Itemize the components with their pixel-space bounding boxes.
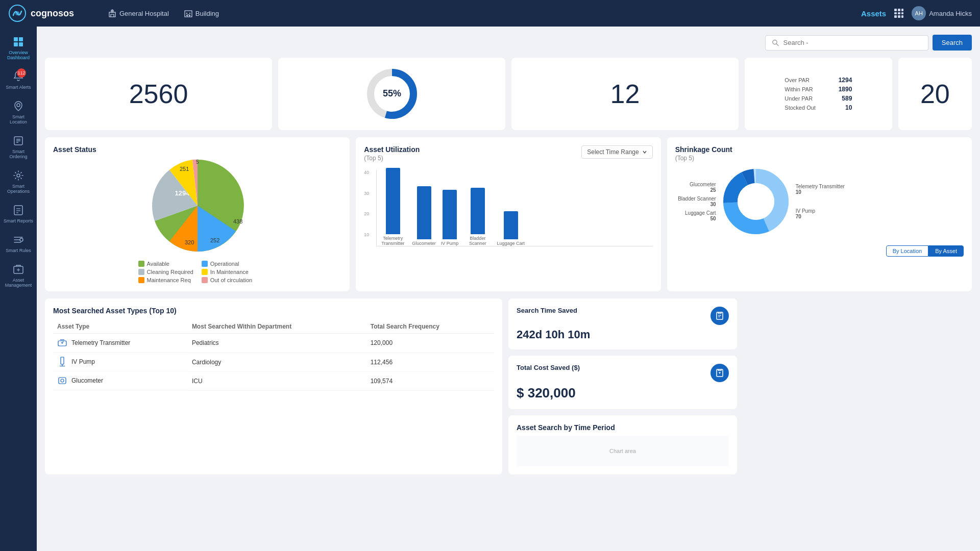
shrinkage-subtitle: (Top 5) <box>675 155 964 162</box>
total-cost-saved-card: Total Cost Saved ($) $ 320,000 <box>508 356 737 409</box>
asset-mgmt-icon <box>12 263 24 276</box>
shrinkage-labels-right: Telemetry Transmitter10 IV Pump70 <box>796 184 845 219</box>
time-select-dropdown[interactable]: Select Time Range <box>581 145 652 159</box>
bar-group-luggage: Luggage Cart <box>497 211 525 246</box>
ordering-icon <box>12 135 24 147</box>
legend-maint-req: Maintenance Req <box>138 277 193 283</box>
sidebar-item-operations[interactable]: Smart Operations <box>0 164 37 199</box>
assets-button[interactable]: Assets <box>861 9 886 18</box>
asset-util-subtitle: (Top 5) <box>364 155 420 162</box>
toggle-buttons: By Location By Asset <box>886 245 964 257</box>
operations-icon <box>12 169 24 182</box>
par-label-stocked: Stocked Out <box>785 105 825 111</box>
search-button[interactable]: Search <box>933 35 972 51</box>
asset-type-1: Telemetry Transmitter <box>71 339 130 346</box>
bottom-row: Most Searched Asset Types (Top 10) Asset… <box>45 298 972 474</box>
nav-item-building[interactable]: Building <box>178 6 225 20</box>
sidebar-item-alerts[interactable]: 112 Smart Alerts <box>0 65 37 95</box>
svg-point-43 <box>738 183 774 220</box>
search-time-title: Search Time Saved <box>517 307 577 314</box>
sidebar-label-ordering: Smart Ordering <box>3 149 34 159</box>
sidebar-item-location[interactable]: Smart Location <box>0 95 37 130</box>
col-asset-type: Asset Type <box>53 320 188 334</box>
most-searched-title: Most Searched Asset Types (Top 10) <box>53 307 494 315</box>
shrinkage-donut-chart <box>720 166 792 237</box>
toggle-by-asset[interactable]: By Asset <box>928 245 964 257</box>
reports-icon <box>12 204 24 216</box>
svg-rect-6 <box>189 13 190 14</box>
logo-area: cognosos <box>8 4 90 22</box>
chevron-down-icon <box>642 149 647 155</box>
sidebar-item-asset-mgmt[interactable]: Asset Management <box>0 258 37 293</box>
dept-1: Pediatrics <box>188 334 366 353</box>
most-searched-card: Most Searched Asset Types (Top 10) Asset… <box>45 298 502 474</box>
ivpump-row-icon <box>57 357 67 367</box>
legend-operational: Operational <box>202 261 257 267</box>
table-header-row: Asset Type Most Searched Within Departme… <box>53 320 494 334</box>
bar-group-telemetry: Telemetry Transmitter <box>379 168 407 246</box>
sidebar-item-rules[interactable]: Smart Rules <box>0 229 37 258</box>
shrinkage-toggle-area: By Location By Asset <box>675 241 964 257</box>
stat-card-12: 12 <box>511 58 739 130</box>
nav-item-hospital[interactable]: General Hospital <box>102 6 175 20</box>
stat-par-group: Over PAR 1294 Within PAR 1890 Under PAR … <box>745 58 972 130</box>
alert-badge: 112 <box>17 68 26 78</box>
stat-card-total: 2560 <box>45 58 272 130</box>
sidebar-label-rules: Smart Rules <box>6 248 31 253</box>
col-frequency: Total Search Frequency <box>366 320 494 334</box>
shrinkage-labels-left: Glucometer25 Bladder Scanner30 Luggage C… <box>675 182 716 221</box>
glucometer-row-icon <box>57 375 67 386</box>
svg-point-49 <box>61 379 64 382</box>
sidebar-item-ordering[interactable]: Smart Ordering <box>0 130 37 164</box>
bell-icon: 112 <box>12 70 24 83</box>
location-icon <box>12 100 24 112</box>
bar-telemetry <box>386 168 400 234</box>
bar-bladder <box>471 188 485 234</box>
svg-rect-5 <box>186 13 187 14</box>
bar-glucometer <box>417 186 431 239</box>
search-input-wrap <box>765 35 928 51</box>
sidebar-item-reports[interactable]: Smart Reports <box>0 199 37 229</box>
search-input[interactable] <box>783 39 922 46</box>
par-row-under: Under PAR 589 <box>785 95 852 102</box>
search-period-chart-placeholder: Chart area <box>517 436 729 466</box>
grid-menu-icon[interactable] <box>894 9 903 18</box>
svg-rect-45 <box>61 357 64 364</box>
metrics-column: Search Time Saved 242d 10h 10m Total Cos… <box>508 298 737 474</box>
stat-card-donut: 55% <box>278 58 505 130</box>
sidebar-label-location: Smart Location <box>3 114 34 124</box>
bar-group-glucometer: Glucometer <box>412 186 436 246</box>
svg-rect-19 <box>14 206 22 215</box>
cost-saved-title: Total Cost Saved ($) <box>517 364 580 371</box>
sidebar-label-operations: Smart Operations <box>3 184 34 194</box>
sidebar-label-overview: Overview Dashboard <box>3 50 34 60</box>
asset-status-title: Asset Status <box>53 145 341 154</box>
par-row-over: Over PAR 1294 <box>785 77 852 84</box>
user-area[interactable]: AH Amanda Hicks <box>912 6 972 20</box>
sidebar-item-overview[interactable]: Overview Dashboard <box>0 31 37 65</box>
dept-3: ICU <box>188 371 366 390</box>
search-period-title: Asset Search by Time Period <box>517 423 729 432</box>
legend-available: Available <box>138 261 193 267</box>
bar-chart-inner: Telemetry Transmitter Glucometer IV Pump… <box>376 170 652 246</box>
asset-utilization-card: Asset Utilization (Top 5) Select Time Ra… <box>356 137 660 291</box>
svg-line-28 <box>776 43 778 45</box>
bar-group-bladder: Bladder Scanner <box>463 188 492 246</box>
stats-row: 2560 55% 12 Over PAR 1294 Within P <box>45 58 972 130</box>
svg-text:320: 320 <box>185 239 194 245</box>
cost-saved-value: $ 320,000 <box>517 385 729 401</box>
cost-icon <box>715 368 724 378</box>
hospital-icon <box>108 9 116 17</box>
toggle-by-location[interactable]: By Location <box>886 245 928 257</box>
stat-card-20: 20 <box>898 58 972 130</box>
bar-luggage <box>504 211 518 239</box>
nav-items: General Hospital Building <box>102 6 849 20</box>
bar-group-ivpump: IV Pump <box>441 190 459 246</box>
legend-maintenance: In Maintenance <box>202 269 257 275</box>
search-icon <box>772 39 779 47</box>
table-row: Glucometer ICU 109,574 <box>53 371 494 390</box>
asset-type-3: Glucometer <box>71 377 103 384</box>
dept-2: Cardiology <box>188 353 366 371</box>
charts-row: Asset Status 1294 251 <box>45 137 972 291</box>
clipboard-icon <box>715 311 724 320</box>
